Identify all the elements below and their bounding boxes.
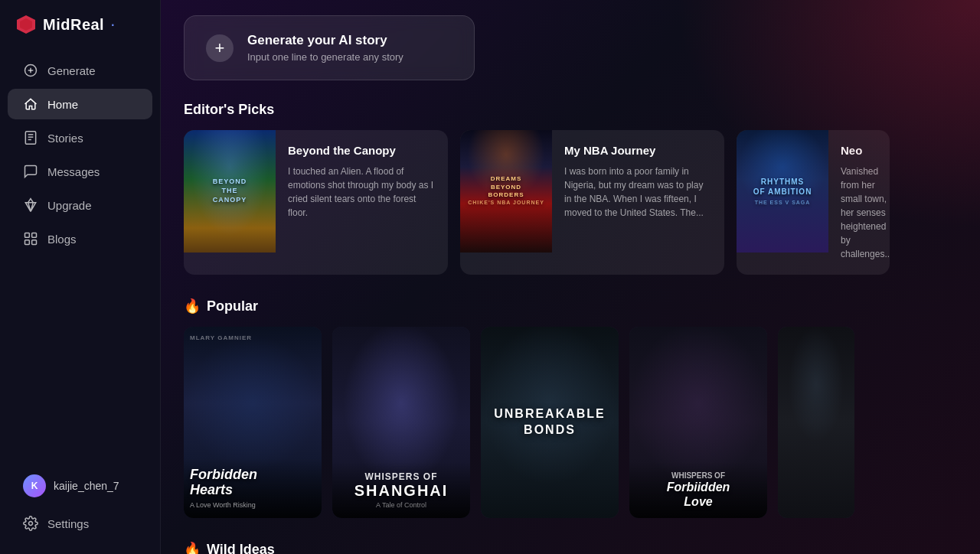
user-profile[interactable]: K kaijie_chen_7 <box>8 467 152 505</box>
sidebar-label-home: Home <box>47 98 78 111</box>
editors-picks-row: BEYONDTHECANOPY Beyond the Canopy I touc… <box>184 130 957 275</box>
wild-ideas-title: Wild Ideas <box>207 542 275 555</box>
beyond-cover-art: BEYONDTHECANOPY <box>184 130 276 253</box>
sidebar-item-stories[interactable]: Stories <box>8 122 152 153</box>
sidebar-item-messages[interactable]: Messages <box>8 156 152 187</box>
sidebar-label-upgrade: Upgrade <box>47 199 92 212</box>
pick-card-nba[interactable]: DREAMSBEYONDBORDERSCHIKE'S NBA JOURNEY M… <box>460 130 724 275</box>
sidebar-label-messages: Messages <box>47 165 100 178</box>
sidebar: MidReal· Generate Home Stories Mes <box>0 0 161 554</box>
pop-card-whispers-shanghai[interactable]: WHISPERS OF SHANGHAI A Tale of Control <box>332 327 470 518</box>
sidebar-item-blogs[interactable]: Blogs <box>8 223 152 254</box>
sidebar-item-settings[interactable]: Settings <box>8 508 152 539</box>
pick-info-neo: Neo Vanished from her small town, her se… <box>828 130 890 275</box>
sidebar-item-generate[interactable]: Generate <box>8 55 152 86</box>
nba-cover-art: DREAMSBEYONDBORDERSCHIKE'S NBA JOURNEY <box>460 130 552 253</box>
popular-header: 🔥 Popular <box>184 298 957 314</box>
main-content: + Generate your AI story Input one line … <box>161 0 980 554</box>
sidebar-item-home[interactable]: Home <box>8 89 152 119</box>
flame-emoji-popular: 🔥 <box>184 298 201 314</box>
pick-desc-beyond: I touched an Alien. A flood of emotions … <box>288 165 436 220</box>
svg-rect-9 <box>25 233 30 238</box>
logo-icon <box>15 14 37 35</box>
pop-card-forbidden-hearts[interactable]: ForbiddenHearts A Love Worth Risking MLA… <box>184 327 322 518</box>
unbreakable-cover: UNBREAKABLEBONDS <box>481 327 619 518</box>
pick-desc-neo: Vanished from her small town, her senses… <box>841 165 890 261</box>
neo-cover-art: RHYTHMSOF AMBITIONTHE ESS V SAGA <box>737 130 828 253</box>
whispers-forbidden-title: ForbiiddenLove <box>635 480 761 509</box>
pick-info-beyond: Beyond the Canopy I touched an Alien. A … <box>276 130 448 275</box>
generate-card-text: Generate your AI story Input one line to… <box>247 33 403 63</box>
pick-info-nba: My NBA Journey I was born into a poor fa… <box>552 130 724 275</box>
generate-card[interactable]: + Generate your AI story Input one line … <box>184 15 475 80</box>
forbidden-hearts-cover: ForbiddenHearts A Love Worth Risking MLA… <box>184 327 322 518</box>
generate-plus-icon: + <box>206 34 234 62</box>
whispers-forbidden-cover: WHISPERS OF ForbiiddenLove <box>629 327 767 518</box>
flame-emoji-wild: 🔥 <box>184 541 201 554</box>
generate-card-title: Generate your AI story <box>247 33 403 48</box>
pick-card-beyond-canopy[interactable]: BEYONDTHECANOPY Beyond the Canopy I touc… <box>184 130 448 275</box>
shanghai-subtitle: A Tale of Control <box>338 501 464 509</box>
sidebar-label-stories: Stories <box>47 132 83 145</box>
sidebar-label-generate: Generate <box>47 64 96 77</box>
shanghai-title: SHANGHAI <box>338 482 464 500</box>
pick-cover-beyond: BEYONDTHECANOPY <box>184 130 276 253</box>
svg-rect-12 <box>32 240 37 245</box>
pick-cover-neo: RHYTHMSOF AMBITIONTHE ESS V SAGA <box>737 130 828 253</box>
popular-title: Popular <box>207 298 258 314</box>
svg-point-13 <box>29 522 33 526</box>
diamond-icon <box>23 197 38 213</box>
settings-label: Settings <box>47 517 89 530</box>
wild-ideas-header: 🔥 Wild Ideas <box>184 541 957 554</box>
shanghai-cover: WHISPERS OF SHANGHAI A Tale of Control <box>332 327 470 518</box>
pick-card-neo[interactable]: RHYTHMSOF AMBITIONTHE ESS V SAGA Neo Van… <box>737 130 890 275</box>
svg-rect-11 <box>25 240 30 245</box>
sidebar-item-upgrade[interactable]: Upgrade <box>8 190 152 220</box>
logo[interactable]: MidReal· <box>0 14 160 54</box>
pop-card-whispers-forbidden[interactable]: WHISPERS OF ForbiiddenLove <box>629 327 767 518</box>
grid-icon <box>23 231 38 246</box>
avatar: K <box>23 474 46 497</box>
popular-row: ForbiddenHearts A Love Worth Risking MLA… <box>184 327 957 518</box>
book-icon <box>23 130 38 145</box>
message-icon <box>23 164 38 179</box>
generate-card-subtitle: Input one line to generate any story <box>247 51 403 63</box>
partial-cover <box>778 327 854 518</box>
pick-title-beyond: Beyond the Canopy <box>288 144 436 157</box>
gear-icon <box>23 516 38 531</box>
pick-desc-nba: I was born into a poor family in Nigeria… <box>564 165 712 220</box>
unbreakable-title: UNBREAKABLEBONDS <box>494 406 606 438</box>
plus-icon <box>23 63 38 78</box>
sidebar-label-blogs: Blogs <box>47 233 77 246</box>
pop-card-unbreakable-bonds[interactable]: UNBREAKABLEBONDS <box>481 327 619 518</box>
pick-title-neo: Neo <box>841 144 890 157</box>
pick-cover-nba: DREAMSBEYONDBORDERSCHIKE'S NBA JOURNEY <box>460 130 552 253</box>
home-icon <box>23 96 38 112</box>
forbidden-hearts-subtitle: A Love Worth Risking <box>190 501 315 509</box>
editors-picks-header: Editor's Picks <box>184 102 957 118</box>
svg-rect-10 <box>32 233 37 238</box>
app-name: MidReal <box>43 16 104 34</box>
pick-title-nba: My NBA Journey <box>564 144 712 157</box>
pop-card-partial[interactable] <box>778 327 854 518</box>
username: kaijie_chen_7 <box>54 480 119 492</box>
editors-picks-title: Editor's Picks <box>184 102 274 118</box>
forbidden-hearts-title: ForbiddenHearts <box>190 468 315 498</box>
shanghai-subtitle-top: WHISPERS OF <box>338 471 464 482</box>
svg-rect-5 <box>25 132 35 145</box>
logo-dot: · <box>110 15 115 34</box>
